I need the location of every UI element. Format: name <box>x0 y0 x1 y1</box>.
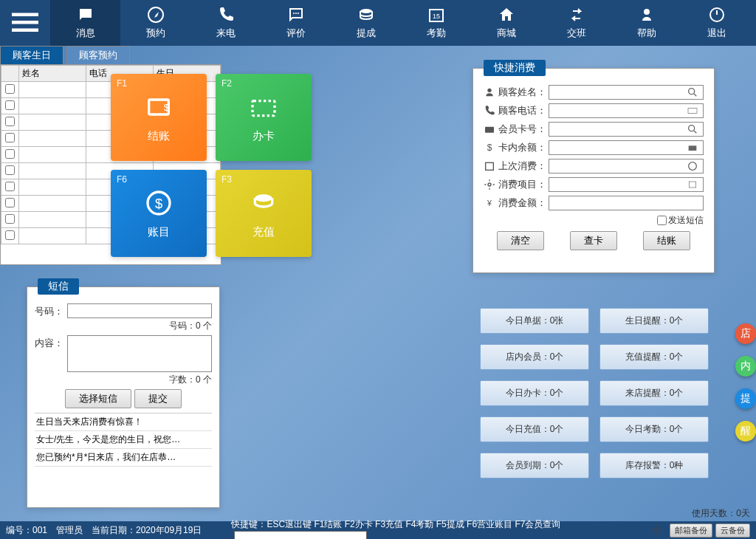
yen-icon: ¥ <box>484 197 495 209</box>
card-icon <box>249 92 278 122</box>
nav-mall[interactable]: 商城 <box>471 0 541 46</box>
nav-attendance[interactable]: 15考勤 <box>401 0 471 46</box>
email-backup-button[interactable]: 邮箱备份 <box>670 523 712 538</box>
svg-point-18 <box>255 194 272 202</box>
clock-icon <box>687 160 698 172</box>
tab-reservation[interactable]: 顾客预约 <box>66 46 130 64</box>
hamburger-icon <box>12 10 38 36</box>
nav-exit[interactable]: 退出 <box>681 0 752 46</box>
consume-item-input[interactable] <box>549 177 704 192</box>
badge-3[interactable]: 提 <box>735 388 756 409</box>
stat-recharge-remind[interactable]: 充值提醒：0个 <box>599 344 709 370</box>
keyboard-icon[interactable] <box>687 105 698 117</box>
settings-icon[interactable] <box>650 524 662 536</box>
compass-icon <box>147 6 165 24</box>
nav-review[interactable]: 评价 <box>261 0 331 46</box>
panel-title: 快捷消费 <box>484 60 546 76</box>
support-icon <box>638 6 656 24</box>
search-icon[interactable] <box>687 86 698 98</box>
search-icon[interactable] <box>687 123 698 135</box>
send-sms-checkbox[interactable] <box>657 216 667 225</box>
menu-button[interactable] <box>0 0 50 46</box>
select-sms-button[interactable]: 选择短信 <box>65 389 131 408</box>
svg-text:¥: ¥ <box>487 199 492 207</box>
member-search-input[interactable] <box>234 531 367 540</box>
customer-phone-input[interactable] <box>549 103 704 118</box>
svg-text:15: 15 <box>432 13 439 20</box>
nav-help[interactable]: 帮助 <box>611 0 681 46</box>
settle-button[interactable]: 结账 <box>643 231 690 250</box>
stat-today-attendance[interactable]: 今日考勤：0个 <box>599 416 709 442</box>
svg-point-24 <box>689 126 695 131</box>
stat-birthday-remind[interactable]: 生日提醒：0个 <box>599 308 709 334</box>
nav-incoming[interactable]: 来电 <box>190 0 261 46</box>
coins-icon <box>249 188 278 218</box>
svg-point-29 <box>689 162 697 171</box>
svg-rect-23 <box>485 127 494 133</box>
stat-stock-alert[interactable]: 库存报警：0种 <box>599 453 709 478</box>
stat-today-cards[interactable]: 今日办卡：0个 <box>480 380 589 406</box>
stat-members[interactable]: 店内会员：0个 <box>480 344 589 370</box>
sms-content-input[interactable] <box>67 335 212 372</box>
list-item[interactable]: 女士/先生，今天是您的生日，祝您… <box>35 431 212 449</box>
member-card-input[interactable] <box>549 122 704 137</box>
shortcuts-hint: 快捷键：ESC退出键 F1结账 F2办卡 F3充值 F4考勤 F5提成 F6营业… <box>231 519 560 529</box>
badge-2[interactable]: 内 <box>735 356 756 377</box>
svg-point-7 <box>360 9 372 13</box>
badge-1[interactable]: 店 <box>735 323 756 344</box>
svg-point-30 <box>488 183 491 186</box>
svg-point-4 <box>293 13 295 14</box>
calendar-icon: 15 <box>427 6 445 24</box>
clear-button[interactable]: 清空 <box>497 231 544 250</box>
svg-point-10 <box>644 9 650 15</box>
receipt-icon: $ <box>144 92 173 122</box>
cloud-backup-button[interactable]: 云备份 <box>715 523 750 538</box>
calendar-icon <box>484 160 495 172</box>
list-item[interactable]: 生日当天来店消费有惊喜！ <box>35 413 212 431</box>
tile-account[interactable]: F6$账目 <box>111 170 207 257</box>
svg-rect-0 <box>12 13 38 17</box>
list-item[interactable]: 您已预约*月*日来店，我们在店恭… <box>35 449 212 467</box>
status-info: 编号：001 管理员 当前日期：2020年09月19日 <box>6 524 202 537</box>
svg-point-19 <box>487 89 491 92</box>
svg-text:$: $ <box>487 143 492 153</box>
customer-name-input[interactable] <box>549 85 704 100</box>
stat-today-orders[interactable]: 今日单据：0张 <box>480 308 589 334</box>
consume-amount-input[interactable] <box>549 196 704 210</box>
stat-visit-remind[interactable]: 来店提醒：0个 <box>599 380 709 406</box>
exchange-icon <box>568 6 585 24</box>
power-icon <box>708 6 726 24</box>
tile-card[interactable]: F2办卡 <box>216 74 312 161</box>
balance-input[interactable] <box>549 140 704 155</box>
svg-line-21 <box>694 94 696 96</box>
svg-text:$: $ <box>164 102 170 113</box>
tile-recharge[interactable]: F3充值 <box>216 170 312 257</box>
list-icon[interactable] <box>687 179 698 190</box>
money-icon <box>687 142 698 154</box>
stat-member-expire[interactable]: 会员到期：0个 <box>480 453 589 478</box>
svg-point-5 <box>295 13 297 14</box>
gear-icon <box>484 179 495 190</box>
phone-icon <box>217 6 235 24</box>
svg-text:$: $ <box>155 195 162 210</box>
stats-grid: 今日单据：0张 生日提醒：0个 店内会员：0个 充值提醒：0个 今日办卡：0个 … <box>480 308 709 478</box>
svg-rect-22 <box>688 109 697 114</box>
nav-shift[interactable]: 交班 <box>541 0 611 46</box>
tab-birthday[interactable]: 顾客生日 <box>0 46 63 64</box>
svg-point-33 <box>655 529 658 532</box>
tile-checkout[interactable]: F1$结账 <box>111 74 207 161</box>
nav-reservation[interactable]: 预约 <box>120 0 190 46</box>
check-card-button[interactable]: 查卡 <box>570 231 617 250</box>
stat-today-recharge[interactable]: 今日充值：0个 <box>480 416 589 442</box>
nav-messages[interactable]: 消息 <box>50 0 120 46</box>
sms-panel: 短信 号码： 号码：0 个 内容： 字数：0 个 选择短信 提交 生日当天来店消… <box>27 286 220 508</box>
sms-number-input[interactable] <box>67 303 212 318</box>
badge-4[interactable]: 醒 <box>735 421 756 442</box>
submit-sms-button[interactable]: 提交 <box>134 389 182 408</box>
last-consume-input[interactable] <box>549 159 704 174</box>
person-icon <box>484 86 495 98</box>
svg-rect-27 <box>689 145 697 151</box>
side-badges: 店 内 提 醒 <box>735 323 756 442</box>
nav-commission[interactable]: 提成 <box>331 0 401 46</box>
home-icon <box>498 6 515 24</box>
